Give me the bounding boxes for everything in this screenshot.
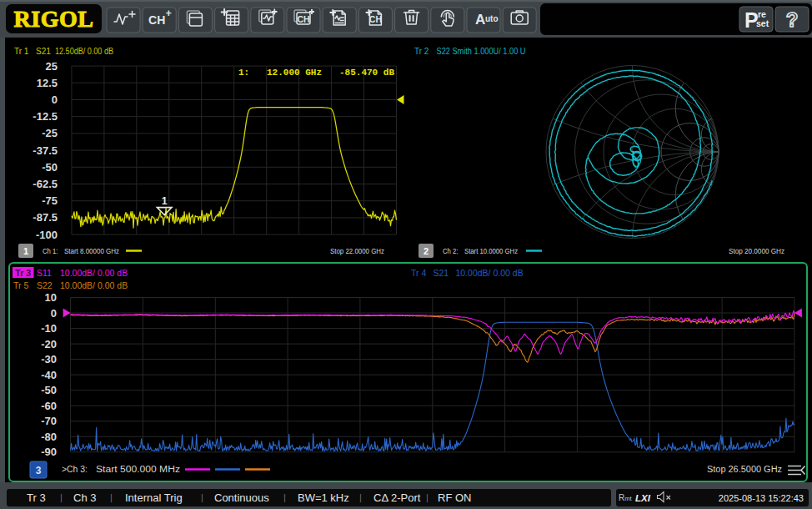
svg-text:-50: -50	[42, 161, 58, 174]
svg-text:-70: -70	[41, 415, 57, 427]
svg-text:10: 10	[45, 291, 57, 304]
svg-text:A: A	[475, 12, 485, 28]
svg-text:CH: CH	[148, 13, 165, 27]
svg-text:CΔ 2-Port: CΔ 2-Port	[373, 491, 421, 504]
svg-text:|: |	[60, 492, 63, 502]
svg-text:RIGOL: RIGOL	[14, 6, 94, 32]
svg-text:-100: -100	[36, 229, 58, 241]
svg-text:Rmt: Rmt	[619, 493, 632, 502]
svg-text:-90: -90	[41, 446, 57, 458]
svg-text:|: |	[283, 492, 286, 502]
svg-text:-10: -10	[41, 322, 57, 335]
svg-text:-12.5: -12.5	[33, 110, 58, 123]
svg-text:10.00dB/ 0.00 dB: 10.00dB/ 0.00 dB	[456, 268, 524, 278]
svg-text:Tr 3: Tr 3	[27, 491, 46, 504]
svg-text:10.00dB/ 0.00 dB: 10.00dB/ 0.00 dB	[60, 268, 128, 278]
svg-text:2025-08-13 15:22:43: 2025-08-13 15:22:43	[719, 493, 804, 503]
svg-text:-62.5: -62.5	[33, 178, 58, 190]
svg-text:BW=1 kHz: BW=1 kHz	[298, 491, 349, 504]
svg-text:-60: -60	[41, 400, 57, 412]
svg-text:0: 0	[52, 93, 58, 106]
svg-text:-85.470 dB: -85.470 dB	[339, 68, 394, 78]
svg-text:Tr 4: Tr 4	[411, 268, 426, 278]
svg-text:3: 3	[36, 465, 42, 476]
svg-text:>Ch 3:: >Ch 3:	[62, 465, 88, 474]
svg-text:25: 25	[46, 60, 58, 73]
svg-text:-30: -30	[41, 353, 57, 365]
svg-text:CH: CH	[297, 14, 309, 24]
svg-text:Stop 22.0000 GHz: Stop 22.0000 GHz	[330, 246, 384, 255]
svg-text:-40: -40	[41, 369, 57, 381]
svg-text:1: 1	[23, 246, 28, 256]
svg-text:12.000 GHz: 12.000 GHz	[267, 68, 322, 78]
svg-text:|: |	[201, 492, 203, 502]
svg-text:-25: -25	[42, 127, 58, 139]
svg-text:-87.5: -87.5	[33, 211, 58, 224]
svg-text:S22 Smith 1.000U/ 1.00 U: S22 Smith 1.000U/ 1.00 U	[437, 47, 526, 56]
svg-text:Start 8.00000 GHz: Start 8.00000 GHz	[64, 246, 119, 255]
svg-text:LXI: LXI	[635, 493, 651, 503]
svg-text:12.5: 12.5	[37, 77, 58, 89]
svg-text:Continuous: Continuous	[214, 491, 269, 504]
svg-text:Tr 3: Tr 3	[15, 268, 31, 278]
svg-text:uto: uto	[485, 14, 499, 23]
svg-text:|: |	[426, 492, 429, 502]
svg-text:Ch 1:: Ch 1:	[43, 246, 58, 255]
svg-text:Internal Trig: Internal Trig	[125, 491, 183, 504]
svg-text:Stop 26.5000 GHz: Stop 26.5000 GHz	[707, 465, 782, 474]
svg-text:+: +	[166, 8, 172, 19]
svg-text:|: |	[110, 492, 113, 502]
svg-text:|: |	[359, 492, 362, 502]
svg-text:-50: -50	[41, 384, 57, 396]
svg-text:2: 2	[424, 246, 429, 256]
svg-text:Tr 2: Tr 2	[414, 47, 429, 56]
svg-text:-37.5: -37.5	[33, 144, 58, 157]
svg-text:1:: 1:	[238, 68, 249, 78]
svg-text:S22: S22	[37, 280, 53, 290]
svg-text:Start 500.000 MHz: Start 500.000 MHz	[96, 465, 180, 474]
svg-text:-80: -80	[41, 431, 57, 443]
svg-text:RF ON: RF ON	[438, 491, 471, 504]
svg-text:S11: S11	[37, 268, 52, 278]
svg-text:-20: -20	[41, 338, 57, 350]
svg-text:set: set	[756, 18, 769, 28]
svg-text:Ch 3: Ch 3	[73, 491, 96, 504]
svg-text:Stop 20.0000 GHz: Stop 20.0000 GHz	[729, 246, 784, 255]
svg-text:S21: S21	[434, 268, 449, 278]
svg-text:Tr 5: Tr 5	[13, 280, 28, 290]
svg-text:S21: S21	[36, 47, 51, 56]
svg-text:Ch 2:: Ch 2:	[443, 246, 459, 255]
svg-text:Tr 1: Tr 1	[14, 47, 29, 56]
svg-text:Start 10.0000 GHz: Start 10.0000 GHz	[464, 246, 518, 255]
svg-text:0: 0	[51, 307, 57, 320]
svg-text:10.00dB/ 0.00 dB: 10.00dB/ 0.00 dB	[60, 280, 128, 290]
svg-text:12.50dB/ 0.00 dB: 12.50dB/ 0.00 dB	[55, 47, 113, 56]
svg-text:?: ?	[786, 8, 799, 31]
svg-text:-75: -75	[42, 194, 58, 207]
svg-text:1: 1	[162, 195, 168, 207]
svg-text:CH: CH	[369, 14, 382, 24]
